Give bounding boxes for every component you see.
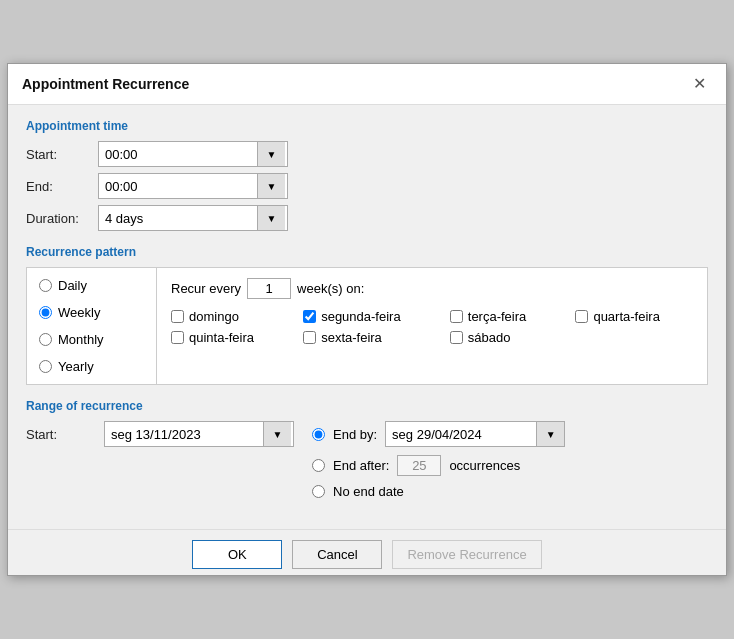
- end-field-row: End: ▼: [26, 173, 708, 199]
- pattern-option-yearly[interactable]: Yearly: [39, 359, 144, 374]
- no-end-label: No end date: [333, 484, 404, 499]
- ok-button[interactable]: OK: [192, 540, 282, 569]
- dialog-content: Appointment time Start: ▼ End: ▼ Duratio…: [8, 105, 726, 529]
- check-quinta[interactable]: [171, 331, 184, 344]
- recurrence-pattern-label: Recurrence pattern: [26, 245, 708, 259]
- start-dropdown-btn[interactable]: ▼: [257, 142, 285, 166]
- start-label: Start:: [26, 147, 98, 162]
- day-terca[interactable]: terça-feira: [450, 309, 560, 324]
- range-section-label: Range of recurrence: [26, 399, 708, 413]
- radio-no-end[interactable]: [312, 485, 325, 498]
- cancel-button[interactable]: Cancel: [292, 540, 382, 569]
- recur-every-input[interactable]: [247, 278, 291, 299]
- range-start-input[interactable]: [105, 424, 263, 445]
- occurrences-label: occurrences: [449, 458, 520, 473]
- radio-end-after[interactable]: [312, 459, 325, 472]
- end-by-row: End by: ▼: [312, 421, 565, 447]
- pattern-label-yearly: Yearly: [58, 359, 94, 374]
- day-label-domingo: domingo: [189, 309, 239, 324]
- recur-every-row: Recur every week(s) on:: [171, 278, 693, 299]
- recur-every-prefix: Recur every: [171, 281, 241, 296]
- day-segunda[interactable]: segunda-feira: [303, 309, 434, 324]
- pattern-label-weekly: Weekly: [58, 305, 100, 320]
- check-quarta[interactable]: [575, 310, 588, 323]
- title-bar: Appointment Recurrence ✕: [8, 64, 726, 105]
- check-domingo[interactable]: [171, 310, 184, 323]
- end-dropdown[interactable]: ▼: [98, 173, 288, 199]
- pattern-label-daily: Daily: [58, 278, 87, 293]
- day-quarta[interactable]: quarta-feira: [575, 309, 693, 324]
- start-dropdown[interactable]: ▼: [98, 141, 288, 167]
- end-after-label: End after:: [333, 458, 389, 473]
- day-quinta[interactable]: quinta-feira: [171, 330, 287, 345]
- days-grid: domingo segunda-feira terça-feira q: [171, 309, 693, 345]
- dialog-title: Appointment Recurrence: [22, 76, 189, 92]
- check-terca[interactable]: [450, 310, 463, 323]
- recur-every-suffix: week(s) on:: [297, 281, 364, 296]
- duration-field-row: Duration: ▼: [26, 205, 708, 231]
- range-body: Start: ▼ End by: ▼: [26, 421, 708, 499]
- pattern-option-daily[interactable]: Daily: [39, 278, 144, 293]
- range-end-options: End by: ▼ End after: occurrences: [312, 421, 565, 499]
- range-start-label: Start:: [26, 427, 98, 442]
- pattern-label-monthly: Monthly: [58, 332, 104, 347]
- end-input[interactable]: [99, 176, 257, 197]
- duration-dropdown-btn[interactable]: ▼: [257, 206, 285, 230]
- check-sabado[interactable]: [450, 331, 463, 344]
- day-label-sabado: sábado: [468, 330, 511, 345]
- close-button[interactable]: ✕: [687, 74, 712, 94]
- day-label-sexta: sexta-feira: [321, 330, 382, 345]
- check-segunda[interactable]: [303, 310, 316, 323]
- end-by-date-dropdown-btn[interactable]: ▼: [536, 422, 564, 446]
- radio-daily[interactable]: [39, 279, 52, 292]
- appointment-time-label: Appointment time: [26, 119, 708, 133]
- duration-dropdown[interactable]: ▼: [98, 205, 288, 231]
- day-label-segunda: segunda-feira: [321, 309, 401, 324]
- end-by-date-input[interactable]: [386, 424, 536, 445]
- range-start-dropdown-btn[interactable]: ▼: [263, 422, 291, 446]
- end-dropdown-btn[interactable]: ▼: [257, 174, 285, 198]
- no-end-date-row: No end date: [312, 484, 565, 499]
- pattern-option-monthly[interactable]: Monthly: [39, 332, 144, 347]
- day-domingo[interactable]: domingo: [171, 309, 287, 324]
- duration-input[interactable]: [99, 208, 257, 229]
- remove-recurrence-button[interactable]: Remove Recurrence: [392, 540, 541, 569]
- day-sexta[interactable]: sexta-feira: [303, 330, 434, 345]
- appointment-time-section: Appointment time Start: ▼ End: ▼ Duratio…: [26, 119, 708, 231]
- pattern-option-weekly[interactable]: Weekly: [39, 305, 144, 320]
- day-sabado[interactable]: sábado: [450, 330, 560, 345]
- duration-label: Duration:: [26, 211, 98, 226]
- start-field-row: Start: ▼: [26, 141, 708, 167]
- range-start: Start: ▼: [26, 421, 294, 447]
- range-of-recurrence-section: Range of recurrence Start: ▼ End by:: [26, 399, 708, 499]
- radio-weekly[interactable]: [39, 306, 52, 319]
- end-label: End:: [26, 179, 98, 194]
- radio-yearly[interactable]: [39, 360, 52, 373]
- end-after-row: End after: occurrences: [312, 455, 565, 476]
- end-after-input[interactable]: [397, 455, 441, 476]
- appointment-recurrence-dialog: Appointment Recurrence ✕ Appointment tim…: [7, 63, 727, 576]
- start-input[interactable]: [99, 144, 257, 165]
- day-label-terca: terça-feira: [468, 309, 527, 324]
- range-start-dropdown[interactable]: ▼: [104, 421, 294, 447]
- buttons-row: OK Cancel Remove Recurrence: [8, 529, 726, 575]
- check-sexta[interactable]: [303, 331, 316, 344]
- radio-monthly[interactable]: [39, 333, 52, 346]
- pattern-detail: Recur every week(s) on: domingo segunda-…: [157, 268, 707, 384]
- day-label-quinta: quinta-feira: [189, 330, 254, 345]
- end-by-date-dropdown[interactable]: ▼: [385, 421, 565, 447]
- pattern-types: Daily Weekly Monthly Yearly: [27, 268, 157, 384]
- recurrence-body: Daily Weekly Monthly Yearly: [26, 267, 708, 385]
- radio-end-by[interactable]: [312, 428, 325, 441]
- day-label-quarta: quarta-feira: [593, 309, 659, 324]
- end-by-label: End by:: [333, 427, 377, 442]
- recurrence-pattern-section: Recurrence pattern Daily Weekly Monthly: [26, 245, 708, 385]
